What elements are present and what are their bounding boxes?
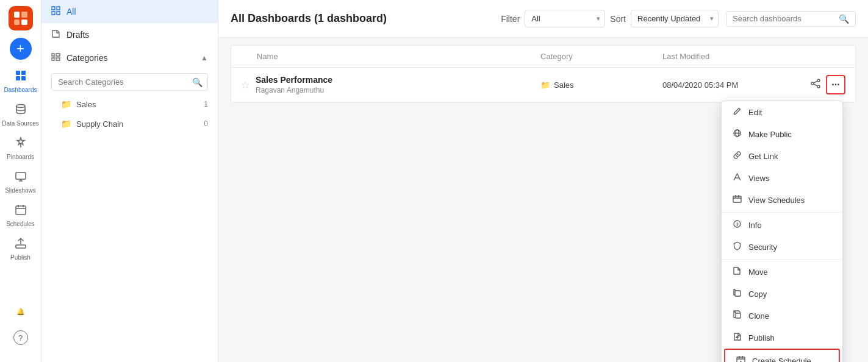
table-row: ☆ Sales Performance Ragavan Angamuthu 📁 … [231,68,855,102]
slideshows-icon [15,170,27,185]
category-sales-label: Sales [76,100,96,109]
notifications-icon: 🔔 [16,308,25,316]
search-icon: 🔍 [187,77,207,87]
table-header: Name Category Last Modified [231,46,855,68]
folder-icon-2: 📁 [61,119,71,129]
svg-rect-7 [16,206,26,215]
menu-item-move[interactable]: Move [722,261,842,283]
ellipsis-icon: ··· [831,79,839,90]
publish-icon [15,237,27,252]
clone-icon [731,310,742,321]
more-options-button[interactable]: ··· [826,75,845,94]
security-icon [731,241,742,252]
data-sources-icon [15,103,27,118]
move-icon [731,266,742,277]
menu-item-copy[interactable]: Copy [722,283,842,305]
sidebar-item-all[interactable]: All [41,0,218,23]
nav-item-schedules[interactable]: Schedules [0,199,41,232]
sidebar-categories-label: Categories [66,53,195,63]
menu-item-security[interactable]: Security [722,236,842,258]
nav-item-slideshows[interactable]: Slideshows [0,165,41,199]
schedules-icon [15,204,27,219]
nav-item-dashboards[interactable]: Dashboards [0,65,41,98]
svg-rect-0 [16,71,20,75]
dashboards-table: Name Category Last Modified ☆ Sales Perf… [231,45,856,103]
nav-item-pinboards[interactable]: Pinboards [0,132,41,165]
sort-select-wrapper: Recently Updated Alphabetical Last Creat… [631,10,719,27]
menu-label-view-schedules: View Schedules [748,196,805,205]
search-categories-container: 🔍 [51,73,208,91]
menu-item-view-schedules[interactable]: View Schedules [722,189,842,211]
menu-label-publish: Publish [748,333,775,342]
menu-item-info[interactable]: Info [722,214,842,236]
search-categories-input[interactable] [52,74,187,90]
svg-rect-21 [736,313,741,318]
menu-label-security: Security [748,243,777,252]
svg-rect-3 [21,76,26,80]
menu-item-get-link[interactable]: Get Link [722,145,842,167]
row-actions-cell: ··· [797,75,845,94]
all-icon [51,6,60,17]
menu-item-views[interactable]: Views [722,167,842,189]
publish-menu-icon [731,332,742,343]
sidebar-all-label: All [66,7,76,16]
category-folder-icon: 📁 [540,80,550,90]
nav-label-data-sources: Data Sources [2,120,39,127]
folder-icon: 📁 [61,99,71,109]
menu-item-edit[interactable]: Edit [722,101,842,123]
filter-group: Filter All My Dashboards Shared Sort Rec… [501,10,719,27]
menu-item-publish[interactable]: Publish [722,327,842,349]
menu-divider-1 [722,212,842,213]
col-header-category: Category [540,52,573,61]
add-button[interactable]: + [10,38,32,60]
menu-label-views: Views [748,174,769,183]
row-name-cell: Sales Performance Ragavan Angamuthu [256,75,540,94]
menu-label-info: Info [748,221,762,230]
nav-item-notifications[interactable]: 🔔 [13,303,28,321]
categories-icon [51,52,60,63]
col-header-name: Name [257,52,278,61]
sort-label: Sort [610,14,626,24]
category-supply-chain-label: Supply Chain [76,119,123,129]
filter-select[interactable]: All My Dashboards Shared [525,10,605,27]
nav-label-pinboards: Pinboards [7,154,34,160]
sidebar-category-supply-chain[interactable]: 📁 Supply Chain 0 [41,114,218,133]
sidebar-category-sales[interactable]: 📁 Sales 1 [41,94,218,114]
svg-rect-20 [735,291,741,296]
nav-label-slideshows: Slideshows [5,187,36,194]
filter-select-wrapper: All My Dashboards Shared [525,10,605,27]
menu-label-edit: Edit [748,108,762,117]
sort-select[interactable]: Recently Updated Alphabetical Last Creat… [631,10,719,27]
menu-label-get-link: Get Link [748,152,778,161]
row-category-label: Sales [554,80,574,90]
svg-rect-1 [21,71,26,75]
page-title: All Dashboards (1 dashboard) [231,12,493,25]
nav-item-data-sources[interactable]: Data Sources [0,98,41,132]
row-category-cell: 📁 Sales [540,80,662,90]
sidebar-item-drafts[interactable]: Drafts [41,23,218,46]
search-input[interactable] [733,14,835,23]
nav-label-schedules: Schedules [6,221,35,227]
nav-label-publish: Publish [10,254,30,261]
app-logo [9,6,33,30]
sidebar-categories-section[interactable]: Categories ▲ [41,46,218,69]
menu-item-create-schedule[interactable]: Create Schedule [724,349,840,362]
svg-point-4 [16,105,25,108]
row-modified-cell: 08/04/2020 05:34 PM [662,80,797,90]
nav-item-publish[interactable]: Publish [0,232,41,266]
star-icon[interactable]: ☆ [241,79,249,91]
svg-rect-16 [733,196,741,202]
menu-item-clone[interactable]: Clone [722,305,842,327]
menu-divider-2 [722,259,842,260]
svg-point-9 [817,79,820,82]
nav-label-dashboards: Dashboards [4,87,37,93]
svg-rect-8 [16,245,26,248]
context-menu: Edit Make Public Get Link Views [721,101,843,362]
categories-chevron-icon: ▲ [201,54,208,62]
nav-item-help[interactable]: ? [13,325,28,350]
menu-label-copy: Copy [748,289,767,299]
filter-label: Filter [501,14,520,24]
share-icon[interactable] [810,78,821,91]
menu-item-make-public[interactable]: Make Public [722,123,842,145]
modified-date: 08/04/2020 05:34 PM [662,80,738,90]
